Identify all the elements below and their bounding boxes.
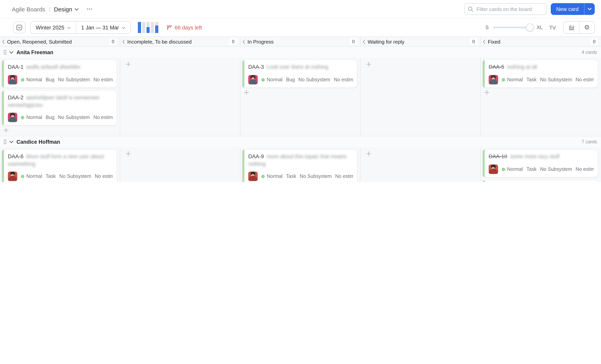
add-card-button[interactable] (125, 150, 132, 157)
breadcrumb-agile-boards-link[interactable]: Agile Boards (12, 6, 45, 12)
estimate-field[interactable]: No estimate (hr) (576, 167, 594, 172)
sprint-select-button[interactable]: Winter 2025 (31, 22, 76, 33)
chevron-down-icon (10, 51, 13, 54)
collapse-column-button[interactable] (362, 39, 365, 44)
card[interactable]: DAA-2aashsfdjwer lakdf w werwerwer werwe… (2, 91, 117, 125)
card-meta: NormalTaskNo SubsystemNo estimate (hr) (489, 71, 594, 84)
days-left-indicator: 66 days left (167, 25, 202, 30)
chevron-down-icon (588, 8, 591, 10)
swimlane-collapse-button[interactable] (10, 51, 13, 54)
backlog-icon (16, 24, 22, 31)
estimate-field[interactable]: No estimate (hr) (334, 77, 353, 82)
avatar-candice (489, 165, 498, 174)
add-card-button[interactable] (3, 127, 10, 134)
priority-field[interactable]: Normal (261, 174, 283, 179)
card[interactable]: DAA-1asdfa asfasdf afwefafwNormalBugNo S… (2, 60, 117, 88)
bar-chart-icon (568, 24, 574, 31)
estimate-field[interactable]: No estimate (hr) (93, 77, 113, 82)
priority-field[interactable]: Normal (21, 174, 42, 179)
card[interactable]: DAA-6More stuff form a new user about so… (2, 150, 117, 182)
type-field[interactable]: Task (527, 167, 537, 172)
card-title: DAA-6More stuff form a new user about so… (8, 153, 113, 168)
swimlane-drag-handle[interactable] (2, 49, 8, 55)
finish-flag-icon (167, 25, 172, 30)
new-card-split-button: New card (551, 3, 595, 15)
board-more-menu-button[interactable] (87, 8, 92, 10)
collapse-column-button[interactable] (2, 39, 5, 44)
sprint-report-button[interactable] (564, 22, 579, 33)
estimate-field[interactable]: No estimate (hr) (335, 174, 353, 179)
card-summary: nothing at all (507, 64, 537, 70)
subsystem-field[interactable]: No Subsystem (540, 167, 572, 172)
backlog-button[interactable] (13, 22, 26, 33)
type-field[interactable]: Task (46, 174, 56, 179)
card[interactable]: DAA-10some more racy stuffNormalTaskNo S… (483, 150, 598, 177)
estimate-field[interactable]: No estimate (hr) (93, 115, 113, 120)
column-header: Incomplete, To be discussed0 (120, 37, 240, 46)
column-title: Waiting for reply (368, 39, 404, 45)
add-card-button[interactable] (243, 89, 250, 96)
estimate-field[interactable]: No estimate (hr) (95, 174, 113, 179)
swimlane-collapse-button[interactable] (10, 140, 13, 143)
board-settings-button[interactable]: ⚙ (579, 22, 594, 33)
card-title: DAA-10some more racy stuff (489, 153, 594, 160)
card[interactable]: DAA-11lots to do about nothingNormalTask… (483, 180, 598, 182)
subsystem-field[interactable]: No Subsystem (298, 77, 330, 82)
card-size-slider[interactable] (493, 24, 532, 31)
card-id: DAA-6 (8, 154, 24, 159)
swimlane-drag-handle[interactable] (2, 139, 8, 145)
add-card-button[interactable] (125, 61, 132, 68)
collapse-column-button[interactable] (242, 39, 245, 44)
agile-board-app: Agile Boards / Design New card (0, 0, 601, 182)
card-title: DAA-1asdfa asfasdf afwefafw (8, 63, 113, 71)
priority-value: Normal (267, 77, 283, 82)
board-title: Design (54, 6, 72, 12)
priority-field[interactable]: Normal (261, 77, 283, 82)
subsystem-field[interactable]: No Subsystem (59, 174, 91, 179)
card[interactable]: DAA-3Look over there at nothingNormalBug… (242, 60, 357, 88)
progress-bar-segment (155, 22, 158, 33)
priority-field[interactable]: Normal (502, 167, 523, 172)
collapse-column-button[interactable] (122, 39, 125, 44)
card[interactable]: DAA-9more about this topaic that means n… (242, 150, 357, 182)
column-count-badge: 0 (591, 38, 598, 45)
estimate-field[interactable]: No estimate (hr) (576, 77, 594, 82)
sprint-dates-button[interactable]: 1 Jan — 31 Mar (76, 22, 130, 33)
priority-field[interactable]: Normal (21, 115, 42, 120)
board-actions-group: ⚙ (563, 21, 595, 34)
add-card-button[interactable] (365, 61, 372, 68)
add-card-button[interactable] (483, 89, 490, 96)
card-id: DAA-10 (489, 154, 507, 159)
type-field[interactable]: Bug (46, 77, 55, 82)
priority-field[interactable]: Normal (502, 77, 523, 82)
subsystem-field[interactable]: No Subsystem (58, 77, 90, 82)
type-field[interactable]: Bug (286, 77, 295, 82)
top-bar: Agile Boards / Design New card (0, 0, 601, 19)
priority-field[interactable]: Normal (21, 77, 42, 82)
type-field[interactable]: Task (286, 174, 296, 179)
type-field[interactable]: Task (527, 77, 537, 82)
card-list: DAA-9more about this topaic that means n… (242, 150, 357, 182)
card-id: DAA-2 (8, 95, 24, 100)
new-card-button[interactable]: New card (551, 3, 584, 15)
board-title-dropdown[interactable]: Design (54, 6, 78, 12)
priority-value: Normal (26, 115, 42, 120)
card-list: DAA-10some more racy stuffNormalTaskNo S… (483, 150, 598, 182)
new-card-dropdown-button[interactable] (584, 3, 595, 15)
tv-mode-button[interactable]: TV (549, 25, 556, 30)
priority-dot-icon (261, 78, 265, 81)
card[interactable]: DAA-5nothing at allNormalTaskNo Subsyste… (483, 60, 598, 88)
gear-icon: ⚙ (584, 24, 590, 31)
card-list: DAA-6More stuff form a new user about so… (2, 150, 117, 182)
column-header: Waiting for reply0 (361, 37, 481, 46)
type-field[interactable]: Bug (46, 115, 55, 120)
filter-cards-input[interactable] (464, 3, 547, 15)
priority-dot-icon (261, 175, 265, 178)
sprint-progress-chart[interactable] (138, 22, 158, 33)
add-card-button[interactable] (365, 150, 372, 157)
subsystem-field[interactable]: No Subsystem (58, 115, 90, 120)
slider-knob[interactable] (526, 24, 534, 31)
subsystem-field[interactable]: No Subsystem (540, 77, 572, 82)
subsystem-field[interactable]: No Subsystem (300, 174, 332, 179)
collapse-column-button[interactable] (483, 39, 486, 44)
